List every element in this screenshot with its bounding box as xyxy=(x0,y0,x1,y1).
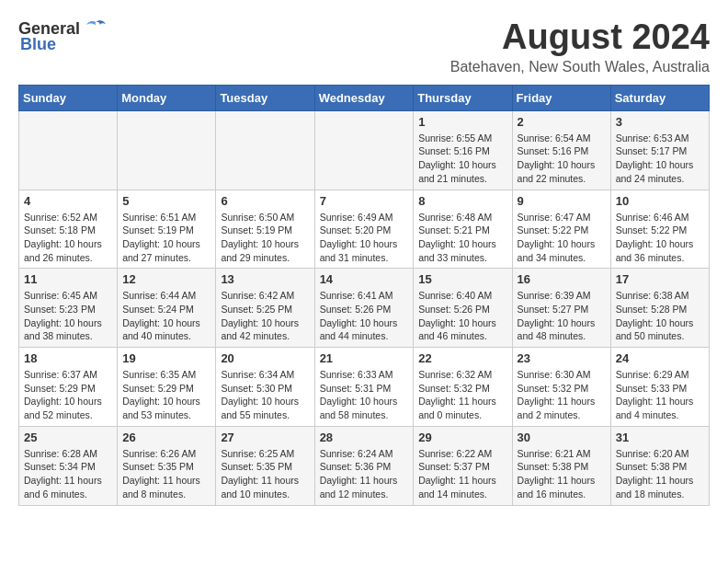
day-detail: Sunrise: 6:46 AM Sunset: 5:22 PM Dayligh… xyxy=(616,211,704,265)
calendar-cell: 28Sunrise: 6:24 AM Sunset: 5:36 PM Dayli… xyxy=(314,426,414,505)
calendar-header-row: SundayMondayTuesdayWednesdayThursdayFrid… xyxy=(19,85,710,110)
day-detail: Sunrise: 6:54 AM Sunset: 5:16 PM Dayligh… xyxy=(518,132,606,186)
day-number: 7 xyxy=(320,194,409,208)
logo-bird-icon xyxy=(84,18,108,39)
calendar-cell: 24Sunrise: 6:29 AM Sunset: 5:33 PM Dayli… xyxy=(610,348,709,427)
day-detail: Sunrise: 6:40 AM Sunset: 5:26 PM Dayligh… xyxy=(418,289,506,343)
calendar-cell: 16Sunrise: 6:39 AM Sunset: 5:27 PM Dayli… xyxy=(512,269,610,348)
day-detail: Sunrise: 6:50 AM Sunset: 5:19 PM Dayligh… xyxy=(221,211,309,265)
day-detail: Sunrise: 6:53 AM Sunset: 5:17 PM Dayligh… xyxy=(616,132,704,186)
day-number: 27 xyxy=(221,431,309,444)
calendar-cell: 14Sunrise: 6:41 AM Sunset: 5:26 PM Dayli… xyxy=(314,269,414,348)
day-detail: Sunrise: 6:39 AM Sunset: 5:27 PM Dayligh… xyxy=(518,289,606,343)
week-row-1: 1Sunrise: 6:55 AM Sunset: 5:16 PM Daylig… xyxy=(19,110,710,190)
calendar-cell xyxy=(216,110,314,190)
day-number: 1 xyxy=(418,115,506,129)
day-detail: Sunrise: 6:42 AM Sunset: 5:25 PM Dayligh… xyxy=(221,289,309,343)
day-detail: Sunrise: 6:30 AM Sunset: 5:32 PM Dayligh… xyxy=(518,368,606,422)
day-detail: Sunrise: 6:41 AM Sunset: 5:26 PM Dayligh… xyxy=(320,289,409,343)
day-detail: Sunrise: 6:21 AM Sunset: 5:38 PM Dayligh… xyxy=(518,447,606,501)
column-header-sunday: Sunday xyxy=(19,85,118,110)
day-detail: Sunrise: 6:33 AM Sunset: 5:31 PM Dayligh… xyxy=(320,368,409,422)
day-number: 10 xyxy=(616,194,704,208)
day-number: 25 xyxy=(24,431,112,444)
day-detail: Sunrise: 6:26 AM Sunset: 5:35 PM Dayligh… xyxy=(122,447,210,501)
day-detail: Sunrise: 6:45 AM Sunset: 5:23 PM Dayligh… xyxy=(24,289,112,343)
logo-text-blue: Blue xyxy=(20,35,56,54)
week-row-3: 11Sunrise: 6:45 AM Sunset: 5:23 PM Dayli… xyxy=(19,269,710,348)
calendar-cell: 12Sunrise: 6:44 AM Sunset: 5:24 PM Dayli… xyxy=(118,269,216,348)
calendar-cell: 31Sunrise: 6:20 AM Sunset: 5:38 PM Dayli… xyxy=(610,426,709,505)
day-number: 19 xyxy=(122,351,210,365)
day-detail: Sunrise: 6:29 AM Sunset: 5:33 PM Dayligh… xyxy=(616,368,704,422)
day-number: 15 xyxy=(418,272,506,286)
day-number: 2 xyxy=(518,115,606,129)
calendar-cell: 21Sunrise: 6:33 AM Sunset: 5:31 PM Dayli… xyxy=(314,348,414,427)
day-detail: Sunrise: 6:25 AM Sunset: 5:35 PM Dayligh… xyxy=(221,447,309,501)
day-number: 11 xyxy=(24,272,112,286)
page-header: General Blue August 2024 Batehaven, New … xyxy=(18,18,710,75)
day-detail: Sunrise: 6:55 AM Sunset: 5:16 PM Dayligh… xyxy=(418,132,506,186)
logo: General Blue xyxy=(18,18,108,54)
column-header-tuesday: Tuesday xyxy=(216,85,314,110)
day-detail: Sunrise: 6:47 AM Sunset: 5:22 PM Dayligh… xyxy=(518,211,606,265)
day-number: 16 xyxy=(518,272,606,286)
main-title: August 2024 xyxy=(450,18,710,57)
day-detail: Sunrise: 6:49 AM Sunset: 5:20 PM Dayligh… xyxy=(320,211,409,265)
day-number: 5 xyxy=(122,194,210,208)
day-detail: Sunrise: 6:28 AM Sunset: 5:34 PM Dayligh… xyxy=(24,447,112,501)
day-number: 24 xyxy=(616,351,704,365)
week-row-4: 18Sunrise: 6:37 AM Sunset: 5:29 PM Dayli… xyxy=(19,348,710,427)
calendar-cell: 29Sunrise: 6:22 AM Sunset: 5:37 PM Dayli… xyxy=(414,426,512,505)
calendar-cell: 27Sunrise: 6:25 AM Sunset: 5:35 PM Dayli… xyxy=(216,426,314,505)
calendar-cell: 18Sunrise: 6:37 AM Sunset: 5:29 PM Dayli… xyxy=(19,348,118,427)
day-detail: Sunrise: 6:20 AM Sunset: 5:38 PM Dayligh… xyxy=(616,447,704,501)
day-number: 14 xyxy=(320,272,409,286)
calendar-cell: 23Sunrise: 6:30 AM Sunset: 5:32 PM Dayli… xyxy=(512,348,610,427)
calendar-cell xyxy=(118,110,216,190)
day-detail: Sunrise: 6:32 AM Sunset: 5:32 PM Dayligh… xyxy=(418,368,506,422)
day-number: 31 xyxy=(616,431,704,444)
column-header-monday: Monday xyxy=(118,85,216,110)
calendar-cell: 4Sunrise: 6:52 AM Sunset: 5:18 PM Daylig… xyxy=(19,190,118,269)
calendar-cell: 7Sunrise: 6:49 AM Sunset: 5:20 PM Daylig… xyxy=(314,190,414,269)
column-header-friday: Friday xyxy=(512,85,610,110)
day-number: 8 xyxy=(418,194,506,208)
week-row-5: 25Sunrise: 6:28 AM Sunset: 5:34 PM Dayli… xyxy=(19,426,710,505)
calendar-cell: 26Sunrise: 6:26 AM Sunset: 5:35 PM Dayli… xyxy=(118,426,216,505)
calendar-cell: 30Sunrise: 6:21 AM Sunset: 5:38 PM Dayli… xyxy=(512,426,610,505)
day-number: 13 xyxy=(221,272,309,286)
day-detail: Sunrise: 6:48 AM Sunset: 5:21 PM Dayligh… xyxy=(418,211,506,265)
day-detail: Sunrise: 6:37 AM Sunset: 5:29 PM Dayligh… xyxy=(24,368,112,422)
day-number: 12 xyxy=(122,272,210,286)
day-number: 20 xyxy=(221,351,309,365)
calendar-cell: 10Sunrise: 6:46 AM Sunset: 5:22 PM Dayli… xyxy=(610,190,709,269)
calendar-cell: 19Sunrise: 6:35 AM Sunset: 5:29 PM Dayli… xyxy=(118,348,216,427)
day-detail: Sunrise: 6:34 AM Sunset: 5:30 PM Dayligh… xyxy=(221,368,309,422)
day-number: 3 xyxy=(616,115,704,129)
calendar-cell: 8Sunrise: 6:48 AM Sunset: 5:21 PM Daylig… xyxy=(414,190,512,269)
day-number: 28 xyxy=(320,431,409,444)
column-header-wednesday: Wednesday xyxy=(314,85,414,110)
calendar-cell: 3Sunrise: 6:53 AM Sunset: 5:17 PM Daylig… xyxy=(610,110,709,190)
calendar-cell: 25Sunrise: 6:28 AM Sunset: 5:34 PM Dayli… xyxy=(19,426,118,505)
calendar-cell: 11Sunrise: 6:45 AM Sunset: 5:23 PM Dayli… xyxy=(19,269,118,348)
calendar-cell: 13Sunrise: 6:42 AM Sunset: 5:25 PM Dayli… xyxy=(216,269,314,348)
calendar-cell: 6Sunrise: 6:50 AM Sunset: 5:19 PM Daylig… xyxy=(216,190,314,269)
calendar-cell: 5Sunrise: 6:51 AM Sunset: 5:19 PM Daylig… xyxy=(118,190,216,269)
week-row-2: 4Sunrise: 6:52 AM Sunset: 5:18 PM Daylig… xyxy=(19,190,710,269)
day-detail: Sunrise: 6:35 AM Sunset: 5:29 PM Dayligh… xyxy=(122,368,210,422)
day-detail: Sunrise: 6:52 AM Sunset: 5:18 PM Dayligh… xyxy=(24,211,112,265)
calendar-cell: 20Sunrise: 6:34 AM Sunset: 5:30 PM Dayli… xyxy=(216,348,314,427)
day-detail: Sunrise: 6:38 AM Sunset: 5:28 PM Dayligh… xyxy=(616,289,704,343)
day-number: 30 xyxy=(518,431,606,444)
calendar-cell xyxy=(19,110,118,190)
calendar-cell: 1Sunrise: 6:55 AM Sunset: 5:16 PM Daylig… xyxy=(414,110,512,190)
calendar-cell: 17Sunrise: 6:38 AM Sunset: 5:28 PM Dayli… xyxy=(610,269,709,348)
calendar-cell: 2Sunrise: 6:54 AM Sunset: 5:16 PM Daylig… xyxy=(512,110,610,190)
title-block: August 2024 Batehaven, New South Wales, … xyxy=(450,18,710,75)
day-number: 21 xyxy=(320,351,409,365)
day-number: 6 xyxy=(221,194,309,208)
day-detail: Sunrise: 6:22 AM Sunset: 5:37 PM Dayligh… xyxy=(418,447,506,501)
day-number: 18 xyxy=(24,351,112,365)
